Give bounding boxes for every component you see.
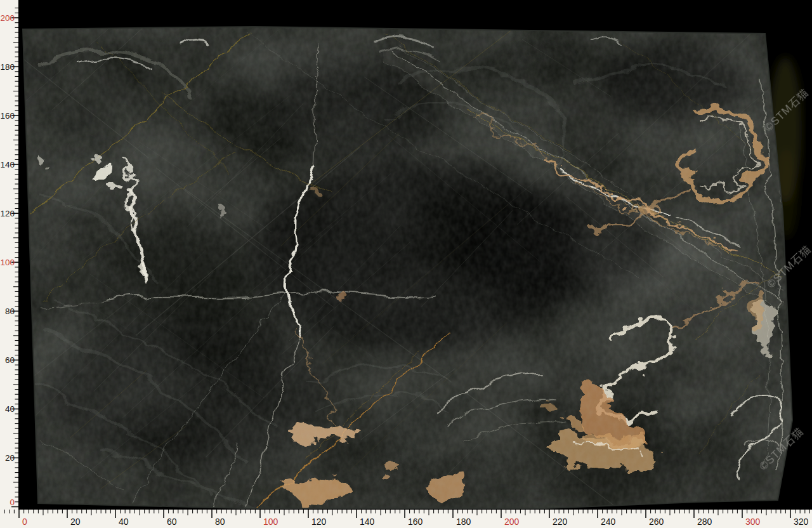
ruler-label: 320 [794,517,809,527]
ruler-label: 0 [10,498,15,507]
ruler-label: 180 [456,517,471,527]
slab-scan-viewport: 020406080100120140160180200 020406080100… [0,0,812,528]
ruler-label: 40 [5,404,15,414]
slab-grain [18,23,797,512]
ruler-label: 40 [119,517,129,527]
ruler-label: 60 [5,355,15,365]
ruler-label: 160 [408,517,423,527]
ruler-label: 20 [5,453,15,463]
ruler-label: 140 [360,517,375,527]
ruler-label: 220 [553,517,568,527]
ruler-label: 100 [263,517,278,527]
ruler-label: 300 [745,517,761,527]
ruler-label: 100 [0,258,15,267]
ruler-label: 280 [697,517,712,527]
ruler-label: 140 [0,160,15,169]
ruler-label: 0 [22,517,27,527]
ruler-label: 200 [504,517,520,527]
ruler-label: 20 [70,517,81,527]
ruler-label: 260 [649,517,664,527]
ruler-label: 60 [167,517,177,527]
ruler-label: 80 [5,307,15,316]
ruler-label: 120 [0,209,15,218]
ruler-label: 200 [0,13,15,23]
bottom-ruler: 0204060801001201401601802002202402602803… [0,510,812,528]
ruler-label: 180 [0,62,15,72]
ruler-label: 120 [311,517,327,527]
ruler-label: 240 [601,517,616,527]
left-ruler: 020406080100120140160180200 [0,0,18,528]
ruler-label: 160 [0,111,15,121]
ruler-label: 80 [215,517,225,527]
slab-photo [0,0,812,528]
